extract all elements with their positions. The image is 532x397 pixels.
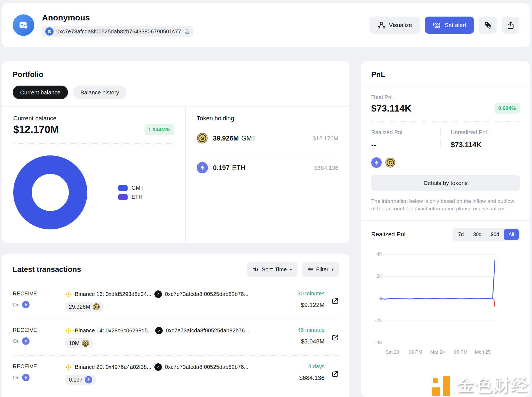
divider bbox=[371, 121, 520, 122]
gmt-icon: G bbox=[93, 303, 100, 311]
transaction-row: RECEIVE On Binance 20: 0x4976a4a02f38...… bbox=[13, 356, 339, 392]
filter-label: Filter bbox=[316, 266, 328, 273]
token-symbol: ETH bbox=[232, 164, 245, 172]
realized-pnl-chart bbox=[371, 252, 520, 345]
binance-icon bbox=[65, 364, 72, 370]
tx-direction: RECEIVE bbox=[13, 327, 65, 333]
share-button[interactable] bbox=[502, 17, 519, 34]
tx-amount-pill: 10M G bbox=[65, 338, 93, 348]
token-row-gmt[interactable]: G 39.926M GMT $12.170M bbox=[197, 124, 338, 153]
tx-direction: RECEIVE bbox=[13, 290, 65, 297]
visualize-button[interactable]: Visualize bbox=[370, 17, 420, 34]
caret-down-icon: ▾ bbox=[331, 267, 333, 272]
tx-usd-value: $9.122M bbox=[301, 301, 325, 309]
set-alert-button[interactable]: Set alert bbox=[425, 17, 474, 34]
svg-text:G: G bbox=[389, 160, 392, 165]
tx-usd-value: $3.048M bbox=[301, 338, 325, 345]
tx-to-address[interactable]: 0xc7e73afcda8f00525dab82b76... bbox=[166, 327, 249, 334]
legend-label-eth: ETH bbox=[131, 194, 143, 200]
share-export-icon bbox=[507, 21, 514, 29]
external-link-icon[interactable] bbox=[331, 334, 339, 342]
arrow-up-right-icon: ↗ bbox=[154, 363, 162, 371]
details-by-tokens-button[interactable]: Details by tokens bbox=[371, 175, 520, 191]
range-7d[interactable]: 7d bbox=[454, 229, 468, 240]
gmt-icon: G bbox=[197, 133, 208, 144]
eth-chain-icon bbox=[22, 374, 30, 381]
visualize-label: Visualize bbox=[389, 22, 412, 28]
token-holding-label: Token holding bbox=[197, 115, 338, 122]
pnl-title: PnL bbox=[371, 70, 520, 79]
tx-time-link[interactable]: 30 minutes bbox=[297, 290, 325, 297]
tab-current-balance[interactable]: Current balance bbox=[13, 86, 68, 99]
tx-amount-pill: 29.926M G bbox=[65, 302, 104, 312]
realized-pnl-chart-title: Realized PnL bbox=[371, 231, 407, 238]
tx-to-address[interactable]: 0xc7e73afcda8f00525dab82b76... bbox=[165, 364, 249, 370]
token-row-eth[interactable]: 0.197 ETH $684.136 bbox=[197, 153, 338, 182]
sort-button[interactable]: Sort: Time ▾ bbox=[247, 262, 297, 277]
svg-text:G: G bbox=[84, 342, 87, 345]
tx-on-label: On bbox=[13, 338, 20, 344]
tx-from-entity[interactable]: Binance 16: 0xdfd5293d8e34... bbox=[75, 291, 151, 297]
total-pnl-change-badge: 0.604% bbox=[494, 103, 520, 114]
svg-text:G: G bbox=[95, 305, 98, 309]
tx-time-link[interactable]: 46 minutes bbox=[297, 327, 325, 333]
eth-chain-icon bbox=[22, 301, 30, 308]
tx-from-entity[interactable]: Binance 20: 0x4976a4a02f38... bbox=[75, 364, 151, 370]
tx-from-entity[interactable]: Binance 14: 0x28c6c06298d5... bbox=[75, 327, 152, 334]
wallet-address: 0xc7e73afcda8f00525dab82b76433806790501c… bbox=[56, 28, 181, 35]
legend-item-gmt: GMT bbox=[118, 185, 144, 191]
realized-pnl-value: -- bbox=[371, 141, 440, 149]
range-30d[interactable]: 30d bbox=[468, 229, 486, 240]
tx-amount: 29.926M bbox=[69, 304, 90, 310]
tx-on-label: On bbox=[13, 375, 20, 381]
watermark-text: 金色财经 bbox=[457, 373, 529, 396]
add-tag-button[interactable] bbox=[479, 17, 497, 34]
pnl-card: PnL Total PnL $73.114K 0.604% Realized P… bbox=[361, 61, 530, 397]
range-all[interactable]: All bbox=[504, 229, 519, 240]
sort-label: Sort: Time bbox=[262, 266, 287, 273]
unrealized-pnl-label: Unrealized PnL bbox=[451, 129, 520, 136]
sort-arrows-icon bbox=[253, 267, 259, 272]
eth-chain-icon bbox=[22, 337, 30, 345]
realized-pnl-label: Realized PnL bbox=[371, 129, 440, 136]
wallet-avatar bbox=[13, 14, 34, 36]
arrow-up-right-icon: ↗ bbox=[155, 327, 163, 334]
copy-icon[interactable] bbox=[184, 29, 190, 35]
tx-usd-value: $684.136 bbox=[299, 374, 325, 382]
legend-item-eth: ETH bbox=[118, 194, 144, 200]
caret-down-icon: ▾ bbox=[290, 267, 292, 272]
transactions-title: Latest transactions bbox=[13, 265, 81, 274]
tx-amount-pill: 0.197 bbox=[65, 375, 96, 385]
realized-pnl-chart-area: 4K 2K 0 -2K -4K bbox=[371, 252, 520, 345]
tx-to-address[interactable]: 0xc7e73afcda8f00525dab82b76... bbox=[165, 291, 249, 297]
portfolio-card: Portfolio Current balance Balance histor… bbox=[2, 61, 349, 243]
tx-direction: RECEIVE bbox=[13, 363, 65, 370]
tx-on-label: On bbox=[13, 302, 20, 308]
gmt-icon[interactable]: G bbox=[385, 157, 396, 168]
tx-amount: 10M bbox=[69, 340, 80, 346]
x-axis-tick: Sat 23 bbox=[381, 350, 403, 355]
set-alert-label: Set alert bbox=[445, 22, 466, 28]
transaction-row: RECEIVE On Binance 16: 0xdfd5293d8e34...… bbox=[13, 283, 339, 319]
external-link-icon[interactable] bbox=[331, 370, 339, 378]
sliders-icon bbox=[307, 267, 313, 272]
legend-swatch-gmt bbox=[118, 185, 128, 191]
tx-amount: 0.197 bbox=[69, 377, 83, 383]
x-axis-tick: Mon 25 bbox=[472, 350, 494, 355]
wallet-icon bbox=[45, 27, 54, 36]
tx-time-link[interactable]: 3 days bbox=[308, 363, 325, 370]
filter-button[interactable]: Filter ▾ bbox=[302, 262, 339, 277]
range-90d[interactable]: 90d bbox=[486, 229, 504, 240]
total-pnl-value: $73.114K bbox=[371, 103, 412, 114]
tab-balance-history[interactable]: Balance history bbox=[73, 86, 127, 99]
network-graph-icon bbox=[377, 21, 386, 29]
wallet-icon bbox=[17, 19, 30, 31]
page-title: Anonymous bbox=[42, 13, 193, 22]
portfolio-donut bbox=[13, 155, 87, 229]
alarm-plus-icon bbox=[433, 21, 441, 29]
external-link-icon[interactable] bbox=[331, 297, 339, 305]
eth-icon[interactable] bbox=[371, 157, 382, 168]
arrow-up-right-icon: ↗ bbox=[154, 290, 162, 298]
token-usd-value: $12.170M bbox=[313, 135, 338, 142]
jinse-logo-icon bbox=[430, 375, 452, 396]
